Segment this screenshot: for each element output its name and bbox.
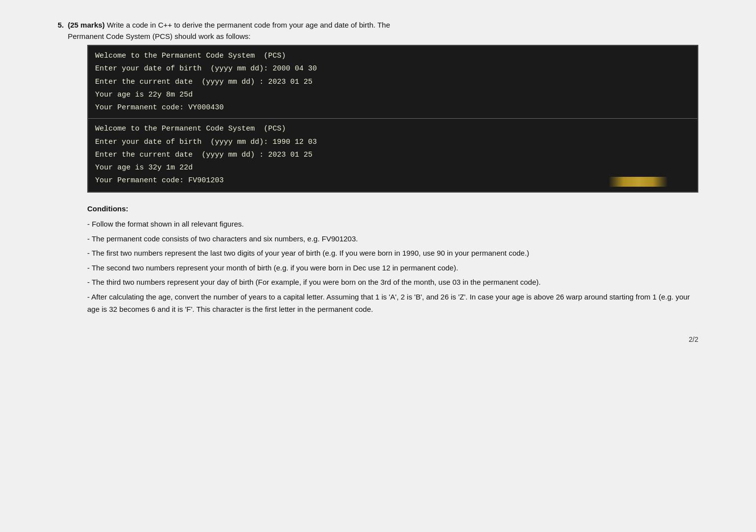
question-container: 5. (25 marks) Write a code in C++ to der… [58,20,698,343]
terminal-line-2-2: Enter your date of birth (yyyy mm dd): 1… [95,136,690,149]
terminal-wrapper: Welcome to the Permanent Code System (PC… [87,45,698,193]
terminal-highlight-overlay [609,177,668,187]
terminal-line-2-5: Your Permanent code: FV901203 [95,174,690,187]
terminal-section-1: Welcome to the Permanent Code System (PC… [88,46,697,119]
conditions-section: Conditions: - Follow the format shown in… [87,202,698,316]
condition-4: - The second two numbers represent your … [87,262,698,274]
condition-3: - The first two numbers represent the la… [87,247,698,260]
terminal-line-1-1: Welcome to the Permanent Code System (PC… [95,50,690,63]
condition-1: - Follow the format shown in all relevan… [87,218,698,231]
question-intro-text: Write a code in C++ to derive the perman… [107,21,390,29]
page-number: 2/2 [58,335,698,343]
terminal-line-1-5: Your Permanent code: VY000430 [95,101,690,114]
terminal-section-2: Welcome to the Permanent Code System (PC… [88,119,697,191]
condition-2: - The permanent code consists of two cha… [87,233,698,245]
terminal-line-1-3: Enter the current date (yyyy mm dd) : 20… [95,76,690,89]
condition-6: - After calculating the age, convert the… [87,291,698,316]
question-marks: (25 marks) [68,21,105,29]
conditions-title: Conditions: [87,202,698,215]
terminal-line-2-3: Enter the current date (yyyy mm dd) : 20… [95,149,690,162]
terminal-line-2-4: Your age is 32y 1m 22d [95,162,690,174]
question-header: 5. (25 marks) Write a code in C++ to der… [58,20,698,42]
terminal-line-2-1: Welcome to the Permanent Code System (PC… [95,123,690,135]
terminal-line-1-2: Enter your date of birth (yyyy mm dd): 2… [95,63,690,75]
question-intro2: Permanent Code System (PCS) should work … [68,31,390,42]
condition-5: - The third two numbers represent your d… [87,276,698,289]
terminal-combined: Welcome to the Permanent Code System (PC… [87,45,698,193]
question-number: 5. [58,20,64,42]
terminal-line-1-4: Your age is 22y 8m 25d [95,89,690,101]
